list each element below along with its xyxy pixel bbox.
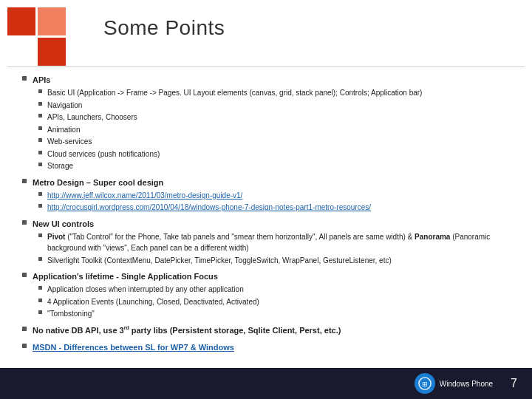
list-item: Silverlight Toolkit (ContextMenu, DatePi…	[38, 255, 517, 267]
list-item: 4 Application Events (Launching, Closed,…	[38, 296, 517, 308]
logo-cell-1	[7, 7, 35, 35]
list-item: Storage	[38, 160, 517, 172]
slide-title: Some Points	[103, 16, 225, 40]
sub-bullet-icon	[38, 233, 42, 237]
msdn-link[interactable]: MSDN - Differences between SL for WP7 & …	[33, 341, 234, 354]
panorama-bold: Panorama	[415, 233, 450, 241]
sub-bullet-icon	[38, 257, 42, 261]
slide: Some Points APIs Basic UI (Application -…	[0, 0, 532, 399]
section-metro-label: Metro Design – Super cool design	[22, 177, 517, 189]
metro-link-2[interactable]: http://crocusgirl.wordpress.com/2010/04/…	[47, 202, 371, 214]
bullet-icon	[22, 344, 27, 348]
footer-bar: ⊞ Windows Phone 7	[0, 368, 532, 399]
page-number: 7	[511, 377, 517, 390]
apis-subitems: Basic UI (Application -> Frame -> Pages.…	[38, 87, 517, 172]
sub-bullet-icon	[38, 310, 42, 314]
list-item: http://crocusgirl.wordpress.com/2010/04/…	[38, 202, 517, 214]
logo-grid	[7, 7, 89, 66]
section-lifetime-label: Application's lifetime - Single Applicat…	[22, 270, 517, 283]
list-item: Basic UI (Application -> Frame -> Pages.…	[38, 87, 517, 99]
section-apis-label: APIs	[22, 74, 517, 86]
bullet-icon	[22, 76, 27, 81]
list-item: Cloud services (push notifications)	[38, 149, 517, 160]
windows-phone-logo: ⊞ Windows Phone	[415, 373, 493, 394]
list-item: "Tombstoning"	[38, 308, 517, 320]
list-item: http://www.jeff.wilcox.name/2011/03/metr…	[38, 190, 517, 202]
pivot-bold: Pivot	[47, 233, 65, 241]
logo	[7, 7, 89, 63]
slide-content: APIs Basic UI (Application -> Frame -> P…	[22, 74, 517, 362]
list-item: Application closes when interrupted by a…	[38, 284, 517, 296]
bullet-icon	[22, 220, 27, 225]
wp-icon: ⊞	[415, 373, 435, 394]
section-app-lifetime: Application's lifetime - Single Applicat…	[22, 270, 517, 320]
sub-bullet-icon	[38, 192, 42, 196]
sub-bullet-icon	[38, 286, 42, 290]
sub-bullet-icon	[38, 299, 42, 302]
sub-bullet-icon	[38, 163, 42, 166]
logo-cell-3	[7, 38, 35, 66]
newui-subitems: Pivot ("Tab Control" for the Phone, Take…	[38, 231, 517, 267]
sub-bullet-icon	[38, 204, 42, 208]
sub-bullet-icon	[38, 114, 42, 117]
wp-logo-icon: ⊞	[418, 377, 432, 390]
logo-cell-2	[38, 7, 66, 35]
section-msdn: MSDN - Differences between SL for WP7 & …	[22, 341, 517, 354]
svg-text:⊞: ⊞	[422, 381, 428, 388]
section-newui-label: New UI controls	[22, 218, 517, 231]
wp-label: Windows Phone	[440, 379, 493, 389]
list-item: Navigation	[38, 100, 517, 112]
list-item: APIs, Launchers, Choosers	[38, 112, 517, 123]
sub-bullet-icon	[38, 89, 42, 93]
bullet-icon	[22, 273, 27, 277]
list-item: Animation	[38, 124, 517, 136]
logo-cell-4	[38, 38, 66, 66]
bullet-icon	[22, 179, 27, 183]
section-msdn-label: MSDN - Differences between SL for WP7 & …	[22, 341, 517, 354]
list-item: Web-services	[38, 136, 517, 148]
lifetime-subitems: Application closes when interrupted by a…	[38, 284, 517, 320]
section-no-db: No native DB API, use 3rd party libs (Pe…	[22, 324, 517, 337]
section-new-ui: New UI controls Pivot ("Tab Control" for…	[22, 218, 517, 267]
section-metro: Metro Design – Super cool design http://…	[22, 177, 517, 214]
sub-bullet-icon	[38, 102, 42, 106]
metro-subitems: http://www.jeff.wilcox.name/2011/03/metr…	[38, 190, 517, 214]
section-apis: APIs Basic UI (Application -> Frame -> P…	[22, 74, 517, 172]
metro-link-1[interactable]: http://www.jeff.wilcox.name/2011/03/metr…	[47, 190, 242, 202]
section-nodb-label: No native DB API, use 3rd party libs (Pe…	[22, 324, 517, 337]
list-item: Pivot ("Tab Control" for the Phone, Take…	[38, 231, 517, 254]
bullet-icon	[22, 327, 27, 331]
sub-bullet-icon	[38, 138, 42, 142]
sub-bullet-icon	[38, 151, 42, 154]
title-divider	[7, 66, 525, 67]
sub-bullet-icon	[38, 126, 42, 130]
